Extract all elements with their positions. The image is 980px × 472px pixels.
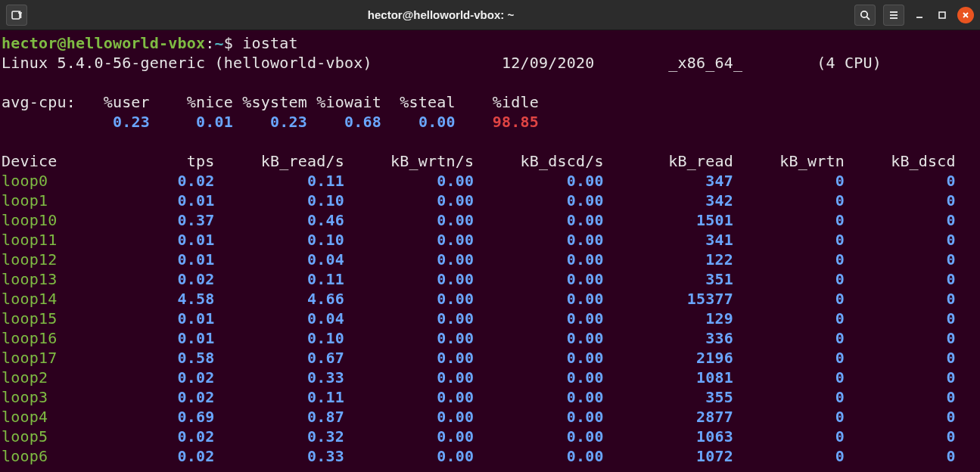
device-kbread: 355 (604, 388, 733, 406)
device-kbreadps: 0.04 (215, 309, 344, 328)
device-kbwrtnps: 0.00 (344, 290, 474, 308)
device-kbwrtn: 0 (733, 349, 845, 367)
maximize-icon (938, 11, 947, 20)
device-name: loop4 (2, 408, 131, 426)
terminal-area[interactable]: hector@helloworld-vbox:~$ iostat Linux 5… (0, 30, 980, 469)
device-kbwrtn: 0 (733, 329, 845, 347)
device-kbwrtn: 0 (733, 408, 845, 426)
device-kbdscd: 0 (845, 231, 956, 249)
device-kbwrtnps: 0.00 (344, 211, 474, 229)
device-name: loop13 (2, 270, 131, 288)
device-name: loop5 (2, 427, 131, 446)
device-row: loop13 0.02 0.11 0.00 0.00 351 0 0 (2, 269, 978, 289)
prompt-dollar: $ (224, 34, 233, 52)
device-kbdscd: 0 (845, 408, 956, 426)
device-kbdscd: 0 (845, 388, 956, 406)
device-name: loop0 (2, 172, 131, 190)
device-kbwrtnps: 0.00 (344, 349, 474, 367)
device-tps: 0.01 (131, 231, 214, 249)
command-text: iostat (242, 34, 297, 52)
device-kbdscdps: 0.00 (474, 388, 603, 406)
device-tps: 0.01 (131, 250, 214, 269)
menu-button[interactable] (883, 5, 904, 26)
device-kbwrtnps: 0.00 (344, 388, 474, 406)
device-name: loop14 (2, 290, 131, 308)
device-kbreadps: 0.87 (215, 408, 344, 426)
device-tps: 0.02 (131, 388, 214, 406)
device-kbreadps: 0.11 (215, 270, 344, 288)
device-tps: 0.58 (131, 349, 214, 367)
device-row: loop11 0.01 0.10 0.00 0.00 341 0 0 (2, 230, 978, 250)
maximize-button[interactable] (935, 8, 950, 23)
device-kbwrtn: 0 (733, 191, 845, 210)
device-kbwrtn: 0 (733, 250, 845, 269)
device-row: loop1 0.01 0.10 0.00 0.00 342 0 0 (2, 191, 978, 210)
device-tps: 4.58 (131, 290, 214, 308)
device-kbdscd: 0 (845, 290, 956, 308)
device-kbdscdps: 0.00 (474, 191, 603, 210)
svg-point-6 (861, 11, 867, 17)
search-button[interactable] (854, 5, 876, 26)
device-kbreadps: 0.33 (215, 368, 344, 387)
device-name: loop3 (2, 388, 131, 406)
device-kbdscdps: 0.00 (474, 309, 603, 328)
device-name: loop11 (2, 231, 131, 249)
close-button[interactable] (957, 7, 974, 23)
device-kbwrtn: 0 (733, 388, 845, 406)
cpu-header-line: avg-cpu: %user %nice %system %iowait %st… (2, 92, 978, 112)
prompt-user-host: hector@helloworld-vbox (2, 34, 205, 52)
device-kbwrtn: 0 (733, 211, 845, 229)
device-name: loop2 (2, 368, 131, 387)
device-kbreadps: 0.04 (215, 250, 344, 269)
device-kbdscd: 0 (845, 270, 956, 288)
device-kbdscdps: 0.00 (474, 211, 603, 229)
new-tab-button[interactable] (6, 5, 27, 26)
device-kbread: 336 (604, 329, 733, 347)
device-kbdscdps: 0.00 (474, 231, 603, 249)
device-kbdscdps: 0.00 (474, 447, 603, 465)
device-row: loop10 0.37 0.46 0.00 0.00 1501 0 0 (2, 210, 978, 230)
titlebar: hector@helloworld-vbox: ~ (0, 0, 980, 30)
device-tps: 0.02 (131, 368, 214, 387)
device-kbreadps: 0.33 (215, 447, 344, 465)
window-title: hector@helloworld-vbox: ~ (27, 8, 854, 21)
device-row: loop6 0.02 0.33 0.00 0.00 1072 0 0 (2, 446, 978, 466)
device-kbdscdps: 0.00 (474, 427, 603, 446)
device-row: loop0 0.02 0.11 0.00 0.00 347 0 0 (2, 171, 978, 191)
device-kbwrtnps: 0.00 (344, 447, 474, 465)
device-kbdscd: 0 (845, 211, 956, 229)
device-kbdscd: 0 (845, 250, 956, 269)
device-kbdscd: 0 (845, 309, 956, 328)
device-kbread: 341 (604, 231, 733, 249)
minimize-button[interactable] (912, 8, 927, 23)
device-kbread: 351 (604, 270, 733, 288)
device-kbread: 1081 (604, 368, 733, 387)
device-kbdscdps: 0.00 (474, 329, 603, 347)
device-kbwrtnps: 0.00 (344, 231, 474, 249)
device-kbdscd: 0 (845, 427, 956, 446)
device-kbreadps: 0.10 (215, 191, 344, 210)
prompt-colon: : (205, 34, 214, 52)
prompt-line: hector@helloworld-vbox:~$ iostat (2, 33, 978, 53)
device-kbdscd: 0 (845, 349, 956, 367)
device-kbreadps: 0.10 (215, 231, 344, 249)
device-kbreadps: 0.32 (215, 427, 344, 446)
device-header-line: Device tps kB_read/s kB_wrtn/s kB_dscd/s… (2, 151, 978, 171)
device-kbwrtn: 0 (733, 427, 845, 446)
device-kbdscdps: 0.00 (474, 349, 603, 367)
device-kbreadps: 0.67 (215, 349, 344, 367)
device-name: loop12 (2, 250, 131, 269)
device-kbdscdps: 0.00 (474, 290, 603, 308)
device-kbread: 2877 (604, 408, 733, 426)
device-kbreadps: 0.11 (215, 172, 344, 190)
device-name: loop15 (2, 309, 131, 328)
device-row: loop3 0.02 0.11 0.00 0.00 355 0 0 (2, 387, 978, 407)
device-kbdscdps: 0.00 (474, 172, 603, 190)
device-kbdscd: 0 (845, 191, 956, 210)
prompt-path: ~ (215, 34, 224, 52)
device-row: loop14 4.58 4.66 0.00 0.00 15377 0 0 (2, 289, 978, 309)
new-tab-icon (11, 9, 23, 21)
device-kbwrtn: 0 (733, 231, 845, 249)
device-tps: 0.02 (131, 427, 214, 446)
device-row: loop5 0.02 0.32 0.00 0.00 1063 0 0 (2, 427, 978, 446)
